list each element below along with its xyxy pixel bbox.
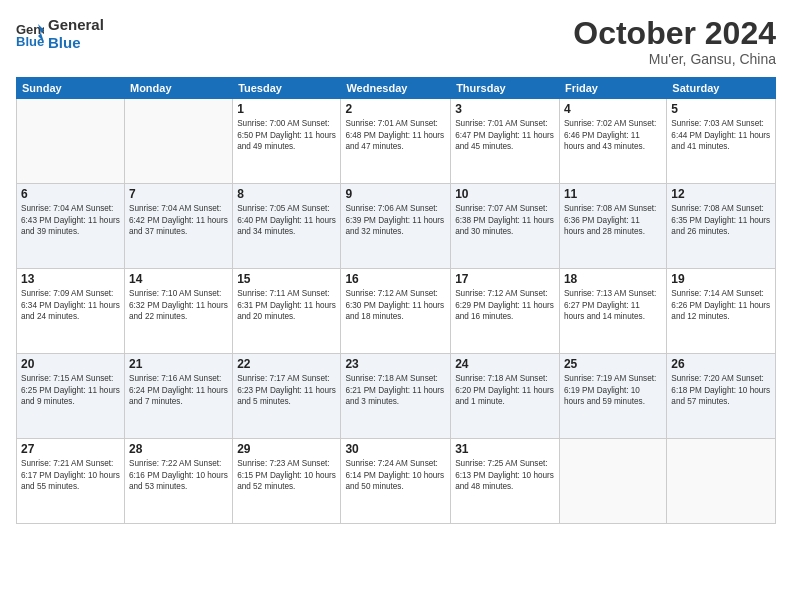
calendar-cell: 28Sunrise: 7:22 AM Sunset: 6:16 PM Dayli… — [124, 439, 232, 524]
calendar-cell — [124, 99, 232, 184]
day-number: 4 — [564, 102, 662, 116]
calendar-cell: 9Sunrise: 7:06 AM Sunset: 6:39 PM Daylig… — [341, 184, 451, 269]
calendar-cell: 2Sunrise: 7:01 AM Sunset: 6:48 PM Daylig… — [341, 99, 451, 184]
day-info: Sunrise: 7:09 AM Sunset: 6:34 PM Dayligh… — [21, 288, 120, 322]
calendar-header-thursday: Thursday — [451, 78, 560, 99]
day-number: 1 — [237, 102, 336, 116]
calendar-cell: 14Sunrise: 7:10 AM Sunset: 6:32 PM Dayli… — [124, 269, 232, 354]
calendar-cell: 8Sunrise: 7:05 AM Sunset: 6:40 PM Daylig… — [233, 184, 341, 269]
day-number: 10 — [455, 187, 555, 201]
day-number: 26 — [671, 357, 771, 371]
day-info: Sunrise: 7:16 AM Sunset: 6:24 PM Dayligh… — [129, 373, 228, 407]
day-info: Sunrise: 7:05 AM Sunset: 6:40 PM Dayligh… — [237, 203, 336, 237]
day-number: 14 — [129, 272, 228, 286]
day-info: Sunrise: 7:22 AM Sunset: 6:16 PM Dayligh… — [129, 458, 228, 492]
day-number: 29 — [237, 442, 336, 456]
calendar-cell: 15Sunrise: 7:11 AM Sunset: 6:31 PM Dayli… — [233, 269, 341, 354]
day-info: Sunrise: 7:04 AM Sunset: 6:43 PM Dayligh… — [21, 203, 120, 237]
calendar-week-4: 20Sunrise: 7:15 AM Sunset: 6:25 PM Dayli… — [17, 354, 776, 439]
calendar-cell: 10Sunrise: 7:07 AM Sunset: 6:38 PM Dayli… — [451, 184, 560, 269]
calendar-cell: 20Sunrise: 7:15 AM Sunset: 6:25 PM Dayli… — [17, 354, 125, 439]
calendar-week-5: 27Sunrise: 7:21 AM Sunset: 6:17 PM Dayli… — [17, 439, 776, 524]
calendar-cell: 5Sunrise: 7:03 AM Sunset: 6:44 PM Daylig… — [667, 99, 776, 184]
calendar-cell: 31Sunrise: 7:25 AM Sunset: 6:13 PM Dayli… — [451, 439, 560, 524]
day-info: Sunrise: 7:07 AM Sunset: 6:38 PM Dayligh… — [455, 203, 555, 237]
calendar-week-1: 1Sunrise: 7:00 AM Sunset: 6:50 PM Daylig… — [17, 99, 776, 184]
calendar-header-wednesday: Wednesday — [341, 78, 451, 99]
calendar-cell: 12Sunrise: 7:08 AM Sunset: 6:35 PM Dayli… — [667, 184, 776, 269]
calendar-header-friday: Friday — [559, 78, 666, 99]
calendar-table: SundayMondayTuesdayWednesdayThursdayFrid… — [16, 77, 776, 524]
day-info: Sunrise: 7:01 AM Sunset: 6:47 PM Dayligh… — [455, 118, 555, 152]
calendar-cell: 11Sunrise: 7:08 AM Sunset: 6:36 PM Dayli… — [559, 184, 666, 269]
day-number: 24 — [455, 357, 555, 371]
day-number: 6 — [21, 187, 120, 201]
day-number: 11 — [564, 187, 662, 201]
calendar-cell: 6Sunrise: 7:04 AM Sunset: 6:43 PM Daylig… — [17, 184, 125, 269]
day-info: Sunrise: 7:23 AM Sunset: 6:15 PM Dayligh… — [237, 458, 336, 492]
day-info: Sunrise: 7:01 AM Sunset: 6:48 PM Dayligh… — [345, 118, 446, 152]
day-info: Sunrise: 7:21 AM Sunset: 6:17 PM Dayligh… — [21, 458, 120, 492]
calendar-cell: 29Sunrise: 7:23 AM Sunset: 6:15 PM Dayli… — [233, 439, 341, 524]
calendar-header-monday: Monday — [124, 78, 232, 99]
day-info: Sunrise: 7:18 AM Sunset: 6:21 PM Dayligh… — [345, 373, 446, 407]
day-info: Sunrise: 7:14 AM Sunset: 6:26 PM Dayligh… — [671, 288, 771, 322]
day-info: Sunrise: 7:02 AM Sunset: 6:46 PM Dayligh… — [564, 118, 662, 152]
day-number: 8 — [237, 187, 336, 201]
day-info: Sunrise: 7:19 AM Sunset: 6:19 PM Dayligh… — [564, 373, 662, 407]
calendar-cell: 4Sunrise: 7:02 AM Sunset: 6:46 PM Daylig… — [559, 99, 666, 184]
day-number: 9 — [345, 187, 446, 201]
day-number: 25 — [564, 357, 662, 371]
logo: General Blue General Blue — [16, 16, 104, 52]
day-number: 2 — [345, 102, 446, 116]
calendar-cell: 30Sunrise: 7:24 AM Sunset: 6:14 PM Dayli… — [341, 439, 451, 524]
calendar-cell: 21Sunrise: 7:16 AM Sunset: 6:24 PM Dayli… — [124, 354, 232, 439]
calendar-cell: 7Sunrise: 7:04 AM Sunset: 6:42 PM Daylig… — [124, 184, 232, 269]
title-block: October 2024 Mu'er, Gansu, China — [573, 16, 776, 67]
day-number: 20 — [21, 357, 120, 371]
day-info: Sunrise: 7:15 AM Sunset: 6:25 PM Dayligh… — [21, 373, 120, 407]
day-number: 13 — [21, 272, 120, 286]
day-number: 12 — [671, 187, 771, 201]
day-info: Sunrise: 7:11 AM Sunset: 6:31 PM Dayligh… — [237, 288, 336, 322]
day-info: Sunrise: 7:20 AM Sunset: 6:18 PM Dayligh… — [671, 373, 771, 407]
location-subtitle: Mu'er, Gansu, China — [573, 51, 776, 67]
day-info: Sunrise: 7:06 AM Sunset: 6:39 PM Dayligh… — [345, 203, 446, 237]
day-number: 19 — [671, 272, 771, 286]
day-number: 27 — [21, 442, 120, 456]
calendar-week-3: 13Sunrise: 7:09 AM Sunset: 6:34 PM Dayli… — [17, 269, 776, 354]
calendar-cell: 27Sunrise: 7:21 AM Sunset: 6:17 PM Dayli… — [17, 439, 125, 524]
calendar-cell — [667, 439, 776, 524]
day-info: Sunrise: 7:24 AM Sunset: 6:14 PM Dayligh… — [345, 458, 446, 492]
calendar-header-sunday: Sunday — [17, 78, 125, 99]
day-info: Sunrise: 7:00 AM Sunset: 6:50 PM Dayligh… — [237, 118, 336, 152]
day-info: Sunrise: 7:03 AM Sunset: 6:44 PM Dayligh… — [671, 118, 771, 152]
calendar-cell: 16Sunrise: 7:12 AM Sunset: 6:30 PM Dayli… — [341, 269, 451, 354]
day-number: 30 — [345, 442, 446, 456]
day-number: 21 — [129, 357, 228, 371]
day-info: Sunrise: 7:17 AM Sunset: 6:23 PM Dayligh… — [237, 373, 336, 407]
calendar-header-row: SundayMondayTuesdayWednesdayThursdayFrid… — [17, 78, 776, 99]
calendar-cell: 23Sunrise: 7:18 AM Sunset: 6:21 PM Dayli… — [341, 354, 451, 439]
day-number: 17 — [455, 272, 555, 286]
day-number: 3 — [455, 102, 555, 116]
logo-general: General — [48, 16, 104, 34]
day-info: Sunrise: 7:25 AM Sunset: 6:13 PM Dayligh… — [455, 458, 555, 492]
day-number: 15 — [237, 272, 336, 286]
day-info: Sunrise: 7:04 AM Sunset: 6:42 PM Dayligh… — [129, 203, 228, 237]
day-info: Sunrise: 7:10 AM Sunset: 6:32 PM Dayligh… — [129, 288, 228, 322]
page-header: General Blue General Blue October 2024 M… — [16, 16, 776, 67]
month-title: October 2024 — [573, 16, 776, 51]
calendar-cell: 26Sunrise: 7:20 AM Sunset: 6:18 PM Dayli… — [667, 354, 776, 439]
calendar-cell: 17Sunrise: 7:12 AM Sunset: 6:29 PM Dayli… — [451, 269, 560, 354]
calendar-week-2: 6Sunrise: 7:04 AM Sunset: 6:43 PM Daylig… — [17, 184, 776, 269]
day-number: 23 — [345, 357, 446, 371]
calendar-cell: 22Sunrise: 7:17 AM Sunset: 6:23 PM Dayli… — [233, 354, 341, 439]
calendar-cell: 24Sunrise: 7:18 AM Sunset: 6:20 PM Dayli… — [451, 354, 560, 439]
day-info: Sunrise: 7:12 AM Sunset: 6:29 PM Dayligh… — [455, 288, 555, 322]
calendar-cell: 19Sunrise: 7:14 AM Sunset: 6:26 PM Dayli… — [667, 269, 776, 354]
day-number: 5 — [671, 102, 771, 116]
day-info: Sunrise: 7:18 AM Sunset: 6:20 PM Dayligh… — [455, 373, 555, 407]
day-info: Sunrise: 7:13 AM Sunset: 6:27 PM Dayligh… — [564, 288, 662, 322]
calendar-header-tuesday: Tuesday — [233, 78, 341, 99]
